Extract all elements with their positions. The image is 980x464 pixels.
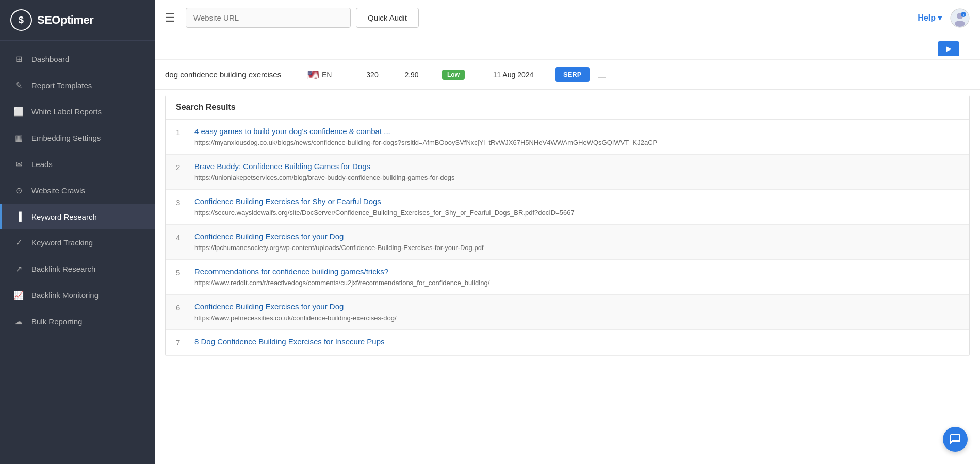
sidebar-item-label-keyword-research: Keyword Research: [31, 212, 97, 221]
sidebar-item-bulk-reporting[interactable]: ☁ Bulk Reporting: [0, 308, 155, 335]
result-title[interactable]: 4 easy games to build your dog's confide…: [194, 127, 959, 136]
result-number: 1: [176, 127, 186, 147]
result-content: Brave Buddy: Confidence Building Games f…: [194, 162, 959, 182]
keyword-checkbox[interactable]: [598, 70, 608, 80]
sidebar-item-label-dashboard: Dashboard: [31, 55, 69, 63]
language-code: EN: [322, 71, 332, 79]
result-url: https://www.petnecessities.co.uk/confide…: [194, 314, 397, 322]
nav-icon-backlink-research: ↗: [13, 264, 24, 274]
result-content: Confidence Building Exercises for Shy or…: [194, 197, 959, 217]
nav-icon-website-crawls: ⊙: [13, 186, 24, 195]
keyword-volume: 320: [357, 71, 388, 79]
sidebar-nav: ⊞ Dashboard ✎ Report Templates ⬜ White L…: [0, 41, 155, 340]
keyword-row: dog confidence building exercises 🇺🇸 EN …: [155, 60, 980, 90]
sidebar-item-label-white-label-reports: White Label Reports: [31, 107, 102, 116]
top-row-spacer: ▶: [155, 36, 980, 60]
nav-icon-bulk-reporting: ☁: [13, 317, 24, 326]
svg-text:+: +: [962, 13, 965, 18]
search-result-item: 5 Recommendations for confidence buildin…: [166, 260, 969, 295]
sidebar-item-label-embedding-settings: Embedding Settings: [31, 134, 101, 142]
nav-icon-dashboard: ⊞: [13, 54, 24, 64]
keyword-date: 11 Aug 2024: [480, 71, 547, 79]
search-results-panel: Search Results 1 4 easy games to build y…: [165, 95, 970, 356]
result-number: 2: [176, 162, 186, 182]
search-result-item: 1 4 easy games to build your dog's confi…: [166, 120, 969, 155]
keyword-text: dog confidence building exercises: [165, 70, 299, 79]
content-area: ▶ dog confidence building exercises 🇺🇸 E…: [155, 36, 980, 464]
result-number: 6: [176, 302, 186, 322]
sidebar: $ SEOptimer ⊞ Dashboard ✎ Report Templat…: [0, 0, 155, 464]
search-result-item: 4 Confidence Building Exercises for your…: [166, 225, 969, 260]
result-title[interactable]: Confidence Building Exercises for Shy or…: [194, 197, 959, 206]
logo-icon: $: [10, 9, 32, 31]
chat-widget[interactable]: [943, 427, 968, 452]
search-result-item: 2 Brave Buddy: Confidence Building Games…: [166, 155, 969, 190]
search-results-list: 1 4 easy games to build your dog's confi…: [166, 120, 969, 356]
serp-button[interactable]: SERP: [555, 67, 590, 82]
svg-point-4: [955, 21, 965, 27]
result-title[interactable]: Brave Buddy: Confidence Building Games f…: [194, 162, 959, 171]
nav-icon-leads: ✉: [13, 159, 24, 169]
nav-icon-white-label-reports: ⬜: [13, 107, 24, 117]
nav-icon-keyword-tracking: ✓: [13, 238, 24, 247]
sidebar-item-label-website-crawls: Website Crawls: [31, 186, 85, 195]
search-result-item: 7 8 Dog Confidence Building Exercises fo…: [166, 330, 969, 356]
nav-icon-embedding-settings: ▦: [13, 133, 24, 143]
keyword-cpc: 2.90: [396, 71, 427, 79]
topbar-right: Help ▾ +: [918, 8, 970, 28]
topbar: ☰ Quick Audit Help ▾ +: [155, 0, 980, 36]
main-content: ☰ Quick Audit Help ▾ + ▶ dog confidence …: [155, 0, 980, 464]
logo-text: SEOptimer: [37, 13, 93, 27]
competition-badge: Low: [442, 70, 465, 80]
sidebar-item-embedding-settings[interactable]: ▦ Embedding Settings: [0, 125, 155, 151]
svg-text:$: $: [19, 15, 24, 25]
nav-icon-keyword-research: ▐: [13, 212, 24, 221]
result-content: Confidence Building Exercises for your D…: [194, 232, 959, 252]
flag-icon: 🇺🇸: [307, 69, 319, 80]
result-title[interactable]: Recommendations for confidence building …: [194, 267, 959, 276]
help-button[interactable]: Help ▾: [918, 13, 942, 23]
user-avatar[interactable]: +: [950, 8, 970, 28]
result-number: 4: [176, 232, 186, 252]
search-results-header: Search Results: [166, 95, 969, 120]
result-content: 4 easy games to build your dog's confide…: [194, 127, 959, 147]
hamburger-icon[interactable]: ☰: [165, 11, 175, 25]
sidebar-item-dashboard[interactable]: ⊞ Dashboard: [0, 46, 155, 72]
result-url: https://myanxiousdog.co.uk/blogs/news/co…: [194, 139, 657, 146]
checkbox-icon[interactable]: [598, 70, 606, 78]
sidebar-item-label-backlink-monitoring: Backlink Monitoring: [31, 291, 99, 300]
sidebar-item-label-keyword-tracking: Keyword Tracking: [31, 238, 93, 247]
sidebar-item-keyword-research[interactable]: ▐ Keyword Research: [0, 204, 155, 229]
result-url: https://unionlakepetservices.com/blog/br…: [194, 174, 454, 181]
result-number: 3: [176, 197, 186, 217]
result-title[interactable]: Confidence Building Exercises for your D…: [194, 232, 959, 241]
sidebar-item-backlink-monitoring[interactable]: 📈 Backlink Monitoring: [0, 282, 155, 308]
result-title[interactable]: 8 Dog Confidence Building Exercises for …: [194, 337, 959, 346]
sidebar-item-label-leads: Leads: [31, 160, 53, 169]
sidebar-item-label-bulk-reporting: Bulk Reporting: [31, 317, 82, 326]
quick-audit-button[interactable]: Quick Audit: [356, 8, 419, 28]
sidebar-item-label-report-templates: Report Templates: [31, 81, 92, 90]
result-title[interactable]: Confidence Building Exercises for your D…: [194, 302, 959, 311]
nav-icon-report-templates: ✎: [13, 80, 24, 90]
url-input[interactable]: [186, 8, 351, 28]
result-url: https://www.reddit.com/r/reactivedogs/co…: [194, 279, 489, 287]
search-result-item: 6 Confidence Building Exercises for your…: [166, 295, 969, 330]
result-number: 7: [176, 337, 186, 348]
sidebar-item-leads[interactable]: ✉ Leads: [0, 151, 155, 177]
result-number: 5: [176, 267, 186, 287]
blue-action-button[interactable]: ▶: [938, 41, 959, 56]
result-content: Confidence Building Exercises for your D…: [194, 302, 959, 322]
sidebar-item-website-crawls[interactable]: ⊙ Website Crawls: [0, 177, 155, 204]
result-url: https://lpchumanesociety.org/wp-content/…: [194, 244, 484, 252]
result-content: 8 Dog Confidence Building Exercises for …: [194, 337, 959, 348]
sidebar-item-backlink-research[interactable]: ↗ Backlink Research: [0, 256, 155, 282]
chat-icon: [949, 433, 961, 445]
sidebar-item-keyword-tracking[interactable]: ✓ Keyword Tracking: [0, 229, 155, 256]
sidebar-item-white-label-reports[interactable]: ⬜ White Label Reports: [0, 98, 155, 125]
keyword-competition: Low: [435, 70, 471, 80]
result-content: Recommendations for confidence building …: [194, 267, 959, 287]
sidebar-item-report-templates[interactable]: ✎ Report Templates: [0, 72, 155, 98]
nav-icon-backlink-monitoring: 📈: [13, 290, 24, 300]
chevron-down-icon: ▾: [938, 13, 942, 23]
